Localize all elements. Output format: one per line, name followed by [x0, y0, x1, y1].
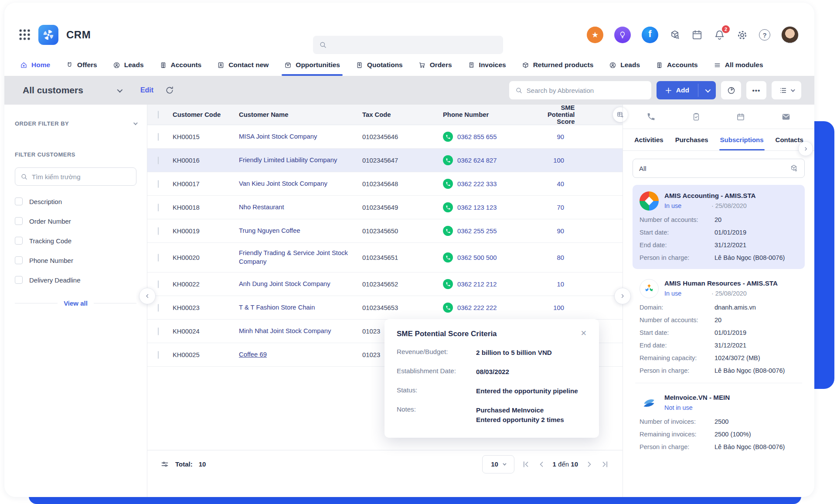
- row-checkbox[interactable]: [158, 254, 159, 262]
- customer-name-link[interactable]: Coffee 69: [239, 351, 267, 359]
- customer-name-link[interactable]: Anh Dung Joint Stock Company: [239, 280, 330, 289]
- nav-item-orders[interactable]: Orders: [418, 54, 452, 76]
- refresh-icon[interactable]: [165, 85, 174, 95]
- close-icon[interactable]: ✕: [581, 330, 587, 337]
- nav-item-invoices[interactable]: Invoices: [468, 54, 506, 76]
- more-tabs-button[interactable]: [798, 141, 813, 156]
- checkbox[interactable]: [15, 237, 23, 245]
- checkbox[interactable]: [15, 198, 23, 205]
- subscription-filter-select[interactable]: All: [633, 159, 805, 178]
- add-button[interactable]: Add: [657, 81, 716, 99]
- page-size-select[interactable]: 10: [482, 455, 514, 473]
- col-sme-score[interactable]: SME Potential Score: [548, 104, 608, 125]
- select-all-checkbox[interactable]: [158, 111, 159, 119]
- col-phone-number[interactable]: Phone Number: [443, 111, 548, 118]
- filter-field-description[interactable]: Description: [15, 198, 136, 205]
- first-page-button[interactable]: [521, 460, 530, 469]
- favorites-star-icon[interactable]: ★: [587, 27, 603, 43]
- tab-subscriptions[interactable]: Subscriptions: [720, 129, 764, 150]
- row-checkbox[interactable]: [158, 351, 159, 359]
- subscription-card[interactable]: AMIS Accounting - AMIS.STA In use · 25/0…: [633, 185, 805, 269]
- customer-name-link[interactable]: Friendly Trading & Service Joint Stock C…: [239, 249, 350, 266]
- phone-number-link[interactable]: 0362 255 255: [457, 228, 497, 235]
- checkbox[interactable]: [15, 256, 23, 264]
- filter-field-phone-number[interactable]: Phone Number: [15, 256, 136, 264]
- phone-number-link[interactable]: 0362 222 222: [457, 304, 497, 311]
- customer-name-link[interactable]: MISA Joint Stock Company: [239, 133, 317, 141]
- scroll-right-button[interactable]: [614, 288, 631, 304]
- phone-number-link[interactable]: 0362 624 827: [457, 157, 497, 164]
- last-page-button[interactable]: [601, 460, 609, 469]
- settings-gear-icon[interactable]: [736, 29, 748, 41]
- phone-call-icon[interactable]: [443, 179, 453, 189]
- nav-item-accounts-2[interactable]: Accounts: [656, 54, 698, 76]
- collapse-chevron-icon[interactable]: [133, 121, 138, 125]
- row-checkbox[interactable]: [158, 280, 159, 288]
- table-row[interactable]: KH00023 T & T Fashion Store Chain 010234…: [147, 296, 623, 320]
- facebook-icon[interactable]: f: [642, 27, 658, 43]
- user-avatar[interactable]: [781, 26, 799, 44]
- customer-name-link[interactable]: Trung Nguyen Coffee: [239, 227, 300, 235]
- phone-number-link[interactable]: 0362 855 655: [457, 133, 497, 140]
- nav-item-leads[interactable]: Leads: [113, 54, 144, 76]
- row-checkbox[interactable]: [158, 304, 159, 312]
- customer-name-link[interactable]: Friendly Limited Liability Company: [239, 156, 337, 165]
- nav-item-accounts[interactable]: Accounts: [160, 54, 202, 76]
- phone-number-link[interactable]: 0362 212 212: [457, 281, 497, 288]
- customer-name-link[interactable]: Van Kieu Joint Stock Company: [239, 180, 327, 188]
- view-selector-chevron-icon[interactable]: [117, 87, 122, 92]
- nav-item-contact-new[interactable]: Contact new: [217, 54, 269, 76]
- checkbox[interactable]: [15, 217, 23, 225]
- filter-field-order-number[interactable]: Order Number: [15, 217, 136, 225]
- global-search-input[interactable]: [331, 41, 497, 49]
- notifications-bell-icon[interactable]: 2: [714, 29, 725, 41]
- table-row[interactable]: KH00020 Friendly Trading & Service Joint…: [147, 243, 623, 272]
- phone-number-link[interactable]: 0362 222 333: [457, 180, 497, 187]
- row-checkbox[interactable]: [158, 204, 159, 211]
- nav-item-all-modules[interactable]: All modules: [714, 54, 763, 76]
- row-checkbox[interactable]: [158, 327, 159, 335]
- table-row[interactable]: KH00015 MISA Joint Stock Company 0102345…: [147, 125, 623, 149]
- app-grid-icon[interactable]: [19, 29, 31, 41]
- add-dropdown-chevron-icon[interactable]: [698, 81, 716, 99]
- tab-activities[interactable]: Activities: [634, 129, 663, 150]
- col-customer-name[interactable]: Customer Name: [239, 111, 362, 118]
- phone-call-icon[interactable]: [443, 279, 453, 289]
- view-all-link[interactable]: View all: [64, 300, 88, 307]
- ideas-bulb-icon[interactable]: [614, 27, 631, 43]
- table-row[interactable]: KH00019 Trung Nguyen Coffee 0102345650 0…: [147, 219, 623, 243]
- row-checkbox[interactable]: [158, 133, 159, 141]
- help-icon[interactable]: ?: [759, 29, 770, 41]
- nav-item-home[interactable]: Home: [20, 54, 50, 76]
- global-search[interactable]: [313, 36, 503, 54]
- phone-call-icon[interactable]: [443, 155, 453, 165]
- col-customer-code[interactable]: Customer Code: [173, 111, 239, 118]
- abbreviation-search[interactable]: [509, 81, 651, 99]
- row-checkbox[interactable]: [158, 157, 159, 164]
- phone-call-icon[interactable]: [443, 226, 453, 236]
- field-search[interactable]: [15, 167, 136, 186]
- phone-call-icon[interactable]: [443, 132, 453, 142]
- nav-item-returned-products[interactable]: Returned products: [522, 54, 594, 76]
- more-actions-button[interactable]: •••: [746, 81, 766, 99]
- filter-field-tracking-code[interactable]: Tracking Code: [15, 237, 136, 245]
- col-tax-code[interactable]: Tax Code: [362, 111, 443, 118]
- table-row-selected[interactable]: KH00016 Friendly Limited Liability Compa…: [147, 149, 623, 172]
- product-lookup-icon[interactable]: [669, 29, 680, 41]
- phone-number-link[interactable]: 0362 123 123: [457, 204, 497, 211]
- tab-purchases[interactable]: Purchases: [675, 129, 708, 150]
- previous-page-button[interactable]: [537, 460, 546, 469]
- next-page-button[interactable]: [585, 460, 594, 469]
- customer-name-link[interactable]: Minh Nhat Joint Stock Company: [239, 327, 331, 336]
- subscription-card[interactable]: MeInvoice.VN - MEIN Not in use Number of…: [633, 387, 805, 458]
- table-row[interactable]: KH00022 Anh Dung Joint Stock Company 010…: [147, 272, 623, 296]
- checkbox[interactable]: [15, 276, 23, 284]
- nav-item-offers[interactable]: Offers: [66, 54, 97, 76]
- phone-number-link[interactable]: 0362 500 500: [457, 254, 497, 261]
- phone-call-icon[interactable]: [443, 252, 453, 262]
- nav-item-quotations[interactable]: Quotations: [356, 54, 403, 76]
- edit-view-button[interactable]: Edit: [140, 86, 153, 94]
- email-icon[interactable]: [781, 112, 791, 122]
- row-checkbox[interactable]: [158, 180, 159, 188]
- row-checkbox[interactable]: [158, 227, 159, 235]
